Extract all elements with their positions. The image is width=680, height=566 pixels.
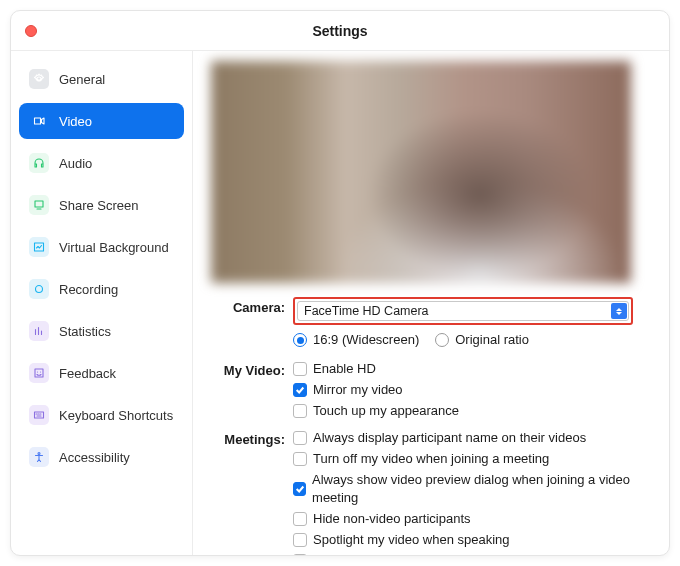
- sidebar-item-virtual-background[interactable]: Virtual Background: [19, 229, 184, 265]
- keyboard-icon: [29, 405, 49, 425]
- checkbox-always-display-participant-name-on-their[interactable]: Always display participant name on their…: [293, 429, 651, 447]
- window-controls: [25, 25, 37, 37]
- titlebar: Settings: [11, 11, 669, 51]
- checkbox-label: Turn off my video when joining a meeting: [313, 450, 549, 468]
- gear-icon: [29, 69, 49, 89]
- radio-icon: [435, 333, 449, 347]
- checkbox-label: Hide non-video participants: [313, 510, 471, 528]
- checkbox-icon: [293, 533, 307, 547]
- checkbox-icon: [293, 404, 307, 418]
- sidebar-item-statistics[interactable]: Statistics: [19, 313, 184, 349]
- chart-icon: [29, 321, 49, 341]
- checkbox-label: Spotlight my video when speaking: [313, 531, 510, 549]
- sidebar-item-label: General: [59, 72, 105, 87]
- checkbox-icon: [293, 554, 307, 555]
- checkbox-turn-off-my-video-when-joining-a-meeting[interactable]: Turn off my video when joining a meeting: [293, 450, 651, 468]
- checkbox-label: Enable HD: [313, 360, 376, 378]
- video-icon: [29, 111, 49, 131]
- radio-label: Original ratio: [455, 331, 529, 349]
- sidebar-item-label: Keyboard Shortcuts: [59, 408, 173, 423]
- sidebar-item-feedback[interactable]: Feedback: [19, 355, 184, 391]
- checkbox-always-show-video-preview-dialog-when-jo[interactable]: Always show video preview dialog when jo…: [293, 471, 651, 507]
- sidebar-item-label: Virtual Background: [59, 240, 169, 255]
- main-panel: Camera: FaceTime HD Camera 16:9 (Widescr…: [193, 51, 669, 555]
- headphones-icon: [29, 153, 49, 173]
- checkbox-hide-non-video-participants[interactable]: Hide non-video participants: [293, 510, 651, 528]
- checkbox-spotlight-my-video-when-speaking[interactable]: Spotlight my video when speaking: [293, 531, 651, 549]
- checkbox-label: Touch up my appearance: [313, 402, 459, 420]
- checkbox-label: Always show video preview dialog when jo…: [312, 471, 651, 507]
- sidebar-item-share-screen[interactable]: Share Screen: [19, 187, 184, 223]
- sidebar-item-general[interactable]: General: [19, 61, 184, 97]
- settings-form: Camera: FaceTime HD Camera 16:9 (Widescr…: [211, 297, 651, 555]
- camera-select-value: FaceTime HD Camera: [304, 304, 429, 318]
- close-icon[interactable]: [25, 25, 37, 37]
- checkbox-icon: [293, 362, 307, 376]
- checkbox-icon: [293, 431, 307, 445]
- radio-original-ratio[interactable]: Original ratio: [435, 331, 529, 349]
- camera-label: Camera:: [211, 297, 293, 315]
- checkbox-label: Always display participant name on their…: [313, 429, 586, 447]
- sidebar-item-label: Share Screen: [59, 198, 139, 213]
- meetings-label: Meetings:: [211, 429, 293, 447]
- checkbox-icon: [293, 383, 307, 397]
- record-icon: [29, 279, 49, 299]
- sidebar-item-keyboard-shortcuts[interactable]: Keyboard Shortcuts: [19, 397, 184, 433]
- checkbox-icon: [293, 482, 306, 496]
- camera-preview: [211, 61, 631, 283]
- radio-label: 16:9 (Widescreen): [313, 331, 419, 349]
- smile-icon: [29, 363, 49, 383]
- page-title: Settings: [11, 23, 669, 39]
- sidebar: GeneralVideoAudioShare ScreenVirtual Bac…: [11, 51, 193, 555]
- checkbox-mirror-my-video[interactable]: Mirror my video: [293, 381, 651, 399]
- settings-window: Settings GeneralVideoAudioShare ScreenVi…: [10, 10, 670, 556]
- radio-16-9-widescreen-[interactable]: 16:9 (Widescreen): [293, 331, 419, 349]
- camera-select-highlight: FaceTime HD Camera: [293, 297, 633, 325]
- share-icon: [29, 195, 49, 215]
- checkbox-touch-up-my-appearance[interactable]: Touch up my appearance: [293, 402, 651, 420]
- chevron-updown-icon: [611, 303, 627, 319]
- sidebar-item-label: Recording: [59, 282, 118, 297]
- sidebar-item-recording[interactable]: Recording: [19, 271, 184, 307]
- image-icon: [29, 237, 49, 257]
- checkbox-icon: [293, 452, 307, 466]
- checkbox-label: Display up to 49 participants per screen…: [313, 552, 631, 555]
- sidebar-item-label: Accessibility: [59, 450, 130, 465]
- checkbox-icon: [293, 512, 307, 526]
- checkbox-enable-hd[interactable]: Enable HD: [293, 360, 651, 378]
- sidebar-item-label: Statistics: [59, 324, 111, 339]
- sidebar-item-label: Video: [59, 114, 92, 129]
- sidebar-item-label: Audio: [59, 156, 92, 171]
- checkbox-label: Mirror my video: [313, 381, 403, 399]
- camera-select[interactable]: FaceTime HD Camera: [297, 301, 629, 321]
- radio-icon: [293, 333, 307, 347]
- sidebar-item-label: Feedback: [59, 366, 116, 381]
- checkbox-display-up-to-49-participants-per-screen[interactable]: Display up to 49 participants per screen…: [293, 552, 651, 555]
- sidebar-item-video[interactable]: Video: [19, 103, 184, 139]
- sidebar-item-audio[interactable]: Audio: [19, 145, 184, 181]
- access-icon: [29, 447, 49, 467]
- myvideo-label: My Video:: [211, 360, 293, 378]
- sidebar-item-accessibility[interactable]: Accessibility: [19, 439, 184, 475]
